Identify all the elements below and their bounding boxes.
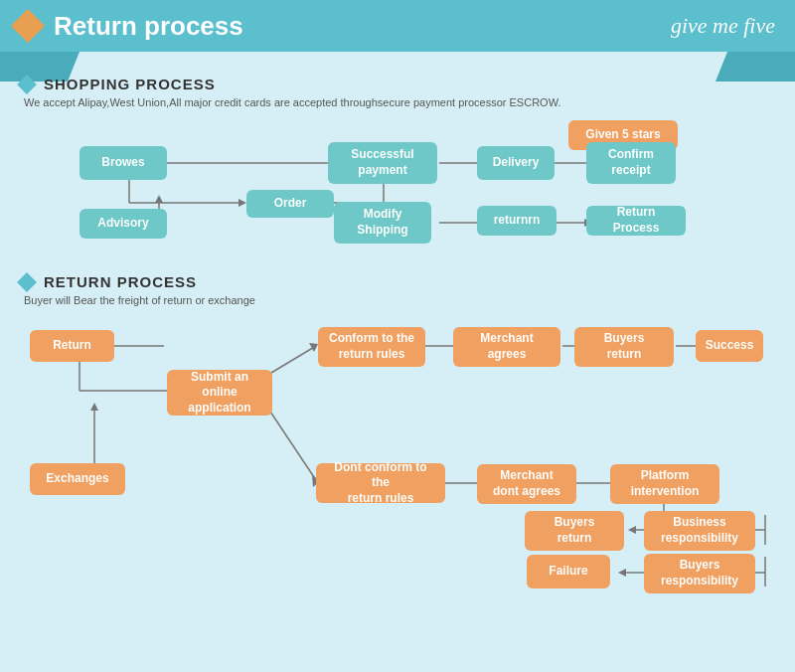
merchant-agrees-box: Merchant agrees — [453, 327, 560, 367]
shopping-section-header: SHOPPING PROCESS — [20, 76, 775, 92]
return-subtitle: Buyer will Bear the freight of return or… — [24, 294, 775, 306]
shopping-subtitle: We accept Alipay,West Union,All major cr… — [24, 96, 775, 108]
header-title: Return process — [54, 11, 243, 42]
buyers-return-1-box: Buyers return — [574, 327, 674, 367]
advisory-box: Advisory — [80, 209, 167, 239]
returnrn-box: returnrn — [477, 206, 556, 236]
main-content: SHOPPING PROCESS We accept Alipay,West U… — [0, 52, 795, 614]
header-script: give me five — [671, 13, 775, 39]
return-diamond-icon — [17, 272, 37, 292]
conform-rules-box: Conform to the return rules — [318, 327, 425, 367]
delivery-box: Delivery — [477, 146, 555, 180]
shopping-diamond-icon — [17, 75, 37, 94]
return-flow: Return Exchanges Submit an online applic… — [20, 316, 775, 604]
modify-shipping-box: Modify Shipping — [334, 202, 431, 244]
buyers-return-2-box: Buyers return — [525, 511, 624, 551]
exchanges-box: Exchanges — [30, 463, 125, 495]
return-title: RETURN PROCESS — [44, 273, 197, 290]
svg-marker-29 — [309, 343, 318, 352]
svg-marker-44 — [628, 526, 636, 534]
business-responsibility-box: Business responsibility — [644, 511, 755, 551]
header: Return process give me five — [0, 0, 795, 52]
svg-line-30 — [266, 406, 316, 480]
svg-line-28 — [266, 346, 316, 376]
return-process-box: Return Process — [586, 206, 686, 236]
svg-marker-52 — [618, 569, 626, 577]
dont-conform-rules-box: Dont conform to the return rules — [316, 463, 445, 503]
merchant-dont-agrees-box: Merchant dont agrees — [477, 464, 576, 504]
buyers-responsibility-box: Buyers responsibility — [644, 554, 755, 593]
svg-marker-10 — [238, 199, 246, 207]
browes-box: Browes — [80, 146, 167, 180]
order-box: Order — [246, 190, 334, 218]
return-box: Return — [30, 330, 114, 362]
confirm-receipt-box: Confirm receipt — [586, 142, 676, 184]
return-section-header: RETURN PROCESS — [20, 273, 775, 290]
successful-payment-box: Successful payment — [328, 142, 437, 184]
svg-marker-27 — [90, 403, 98, 411]
shopping-title: SHOPPING PROCESS — [44, 76, 216, 92]
submit-online-box: Submit an online application — [167, 370, 272, 416]
failure-box: Failure — [527, 555, 610, 588]
shopping-flow: Given 5 stars Browes Successful payment … — [20, 118, 775, 267]
success-box: Success — [696, 330, 763, 362]
platform-intervention-box: Platform intervention — [610, 464, 719, 504]
svg-marker-12 — [155, 195, 163, 203]
header-diamond — [11, 9, 45, 43]
